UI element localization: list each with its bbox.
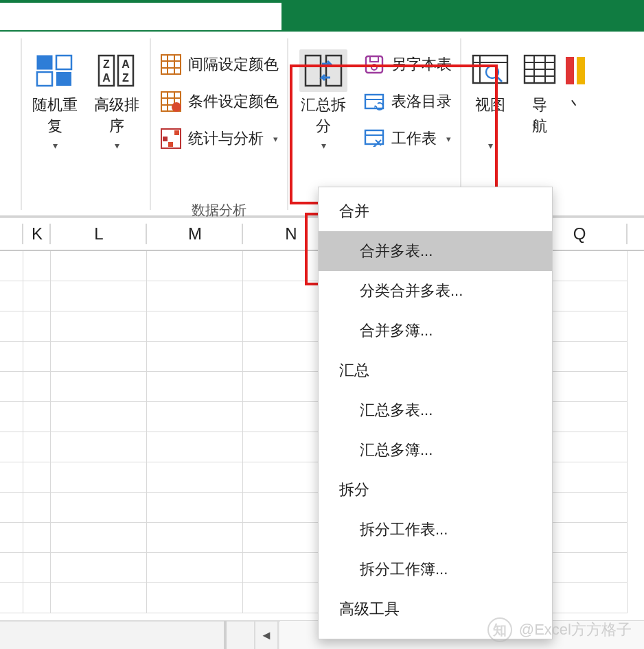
- cell[interactable]: [51, 462, 147, 493]
- cell[interactable]: [0, 281, 23, 311]
- cell[interactable]: [147, 523, 243, 553]
- cell[interactable]: [0, 372, 23, 402]
- cell[interactable]: [23, 281, 51, 311]
- cell[interactable]: [23, 493, 51, 523]
- cell[interactable]: [23, 553, 51, 583]
- menu-summary-workbooks[interactable]: 汇总多簿...: [319, 430, 552, 470]
- svg-rect-32: [365, 130, 383, 144]
- cell[interactable]: [0, 311, 23, 342]
- cell[interactable]: [51, 553, 147, 583]
- summary-split-button[interactable]: 汇总拆 分 ▾: [292, 45, 354, 151]
- cell[interactable]: [51, 583, 147, 613]
- dropdown-section-summary: 汇总: [319, 351, 552, 390]
- conditional-color-label: 条件设定颜色: [188, 91, 279, 112]
- save-as-this-table-label: 另字本表: [391, 54, 452, 75]
- menu-classify-merge-tables[interactable]: 分类合并多表...: [319, 271, 552, 311]
- menu-split-workbook[interactable]: 拆分工作簿...: [319, 550, 552, 589]
- save-as-this-table-button[interactable]: 另字本表: [358, 48, 456, 81]
- random-repeat-label-2: 复: [47, 116, 62, 137]
- cell[interactable]: [0, 583, 23, 613]
- menu-summary-tables[interactable]: 汇总多表...: [319, 390, 552, 430]
- cell[interactable]: [147, 493, 243, 523]
- title-input-box[interactable]: [0, 3, 281, 30]
- cell[interactable]: [23, 583, 51, 613]
- zhihu-logo-icon: 知: [487, 617, 512, 642]
- cell[interactable]: [23, 251, 51, 281]
- svg-rect-23: [174, 130, 179, 135]
- navigate-button[interactable]: 导 航: [519, 45, 560, 137]
- cell[interactable]: [147, 342, 243, 372]
- advanced-sort-label-2: 序: [109, 116, 124, 137]
- cell[interactable]: [51, 311, 147, 342]
- title-bar: [0, 0, 644, 32]
- col-header-blank[interactable]: [0, 218, 23, 250]
- chevron-down-icon: ▾: [273, 134, 278, 144]
- conditional-color-button[interactable]: 条件设定颜色: [155, 85, 283, 118]
- interval-color-button[interactable]: 间隔设定颜色: [155, 48, 283, 81]
- cell[interactable]: [23, 342, 51, 372]
- cell[interactable]: [23, 372, 51, 402]
- menu-split-worksheet[interactable]: 拆分工作表...: [319, 510, 552, 550]
- grid-stats-icon: [159, 127, 183, 150]
- worksheet-button[interactable]: 工作表 ▾: [358, 122, 456, 155]
- table-directory-button[interactable]: 表洛目录: [358, 85, 456, 118]
- cell[interactable]: [0, 251, 23, 281]
- save-table-icon: [363, 53, 386, 76]
- col-header-L[interactable]: L: [51, 218, 147, 250]
- summary-split-icon: [299, 49, 347, 92]
- advanced-sort-icon: Z A A Z: [97, 49, 136, 92]
- view-button[interactable]: 视图 ▾: [465, 45, 515, 151]
- table-directory-label: 表洛目录: [391, 91, 452, 112]
- summary-split-dropdown: 合并 合并多表... 分类合并多表... 合并多簿... 汇总 汇总多表... …: [318, 187, 553, 639]
- cell[interactable]: [0, 462, 23, 493]
- cell[interactable]: [23, 402, 51, 432]
- cell[interactable]: [147, 553, 243, 583]
- cell[interactable]: [0, 493, 23, 523]
- cell[interactable]: [51, 402, 147, 432]
- cell[interactable]: [147, 462, 243, 493]
- cell[interactable]: [23, 462, 51, 493]
- cell[interactable]: [51, 523, 147, 553]
- col-header-M[interactable]: M: [147, 218, 243, 250]
- cell[interactable]: [0, 432, 23, 462]
- cell[interactable]: [0, 402, 23, 432]
- scroll-left-arrow[interactable]: ◄: [254, 621, 279, 649]
- menu-merge-workbooks[interactable]: 合并多簿...: [319, 311, 552, 351]
- cell[interactable]: [147, 251, 243, 281]
- watermark: 知 @Excel方方格子: [487, 617, 632, 642]
- cell[interactable]: [0, 553, 23, 583]
- cell[interactable]: [51, 281, 147, 311]
- cell[interactable]: [147, 281, 243, 311]
- cell[interactable]: [147, 432, 243, 462]
- cell[interactable]: [23, 523, 51, 553]
- grid-color-icon: [159, 53, 183, 76]
- cell[interactable]: [51, 432, 147, 462]
- cell[interactable]: [51, 342, 147, 372]
- chevron-down-icon: ▾: [115, 140, 119, 151]
- random-repeat-icon: [36, 49, 74, 92]
- stats-analyze-button[interactable]: 统计与分析 ▾: [155, 122, 283, 155]
- advanced-sort-button[interactable]: Z A A Z 高级排 序 ▾: [88, 45, 146, 151]
- svg-rect-35: [473, 56, 507, 83]
- svg-rect-30: [365, 95, 383, 108]
- partial-label: 丶: [567, 95, 582, 116]
- cell[interactable]: [147, 402, 243, 432]
- partial-icon: [564, 49, 585, 92]
- table-directory-icon: [363, 90, 386, 113]
- cell[interactable]: [23, 311, 51, 342]
- cell[interactable]: [0, 342, 23, 372]
- cell[interactable]: [51, 251, 147, 281]
- cell[interactable]: [51, 493, 147, 523]
- cell[interactable]: [0, 523, 23, 553]
- cell[interactable]: [147, 583, 243, 613]
- navigate-label-1: 导: [532, 95, 547, 116]
- cell[interactable]: [147, 311, 243, 342]
- col-header-K[interactable]: K: [23, 218, 51, 250]
- partial-button[interactable]: 丶: [564, 45, 585, 137]
- cell[interactable]: [147, 372, 243, 402]
- random-repeat-button[interactable]: 随机重 复 ▾: [26, 45, 84, 151]
- menu-merge-tables[interactable]: 合并多表...: [319, 231, 552, 271]
- cell[interactable]: [51, 372, 147, 402]
- scroll-splitter[interactable]: [224, 621, 227, 649]
- cell[interactable]: [23, 432, 51, 462]
